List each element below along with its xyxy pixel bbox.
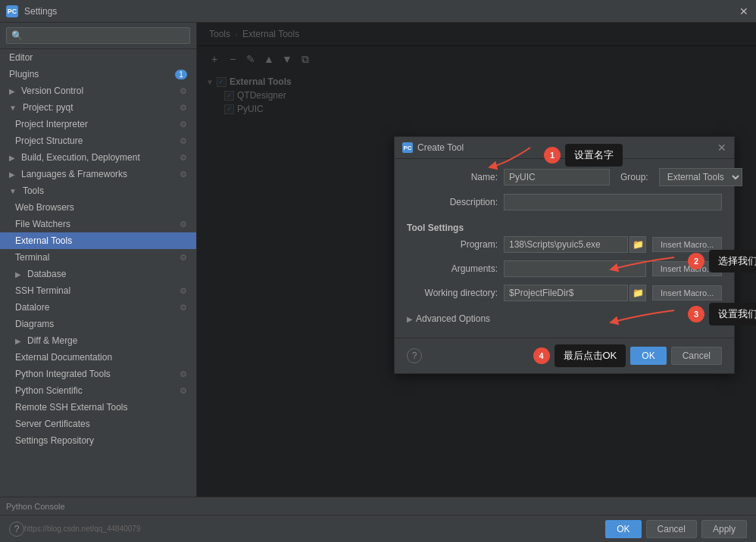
sidebar-item-build-execution[interactable]: ▶ Build, Execution, Deployment ⚙ [0, 149, 196, 166]
chevron-down-icon: ▼ [9, 187, 17, 195]
main-panel: Tools › External Tools + − ✎ ▲ ▼ ⧉ ▼ ✓ E… [197, 23, 756, 497]
sidebar-item-label: Plugins [9, 69, 39, 79]
settings-icon: ⚙ [180, 86, 187, 96]
chevron-right-icon: ▶ [9, 87, 15, 95]
settings-icon: ⚙ [180, 369, 187, 379]
step3-bubble: 设置我们放置.ui文件的位置 [709, 303, 756, 326]
step3-circle: 3 [688, 306, 704, 322]
dialog-close-button[interactable]: ✕ [717, 142, 726, 154]
sidebar-item-external-tools[interactable]: External Tools [0, 232, 196, 249]
sidebar-item-web-browsers[interactable]: Web Browsers [0, 199, 196, 216]
dialog-ok-button[interactable]: OK [630, 347, 666, 365]
settings-icon: ⚙ [180, 303, 187, 313]
settings-icon: ⚙ [180, 136, 187, 146]
close-button[interactable]: ✕ [738, 5, 750, 17]
plugins-badge: 1 [175, 70, 187, 79]
sidebar-item-label: SSH Terminal [15, 285, 70, 296]
dialog-cancel-button[interactable]: Cancel [671, 347, 722, 365]
sidebar-item-label: Languages & Frameworks [21, 169, 127, 179]
ok-button[interactable]: OK [605, 520, 641, 538]
annotation-step3: 3 设置我们放置.ui文件的位置 [606, 299, 756, 329]
group-label: Group: [620, 172, 648, 182]
cancel-button[interactable]: Cancel [646, 520, 697, 538]
sidebar-item-version-control[interactable]: ▶ Version Control ⚙ [0, 83, 196, 99]
apply-button[interactable]: Apply [701, 520, 747, 538]
sidebar-item-languages-frameworks[interactable]: ▶ Languages & Frameworks ⚙ [0, 166, 196, 182]
settings-icon: ⚙ [180, 286, 187, 296]
console-tab[interactable]: Python Console [0, 497, 756, 515]
sidebar-item-label: Diff & Merge [27, 335, 77, 346]
description-input[interactable] [504, 194, 722, 210]
sidebar-item-remote-ssh-external-tools[interactable]: Remote SSH External Tools [0, 399, 196, 416]
sidebar-item-editor[interactable]: Editor [0, 49, 196, 66]
chevron-right-icon: ▶ [9, 154, 15, 162]
annotation-step1: 1 设置名字 [477, 140, 623, 170]
modal-overlay: 1 设置名字 PC Create Tool ✕ Name: [197, 23, 756, 497]
arrow-step1 [477, 140, 538, 170]
app-icon: PC [6, 5, 18, 17]
sidebar-item-datalore[interactable]: Datalore ⚙ [0, 299, 196, 316]
sidebar-item-diff-merge[interactable]: ▶ Diff & Merge [0, 332, 196, 349]
sidebar-item-project-interpreter[interactable]: Project Interpreter ⚙ [0, 116, 196, 132]
search-input[interactable] [6, 27, 190, 44]
name-input[interactable] [504, 169, 610, 185]
sidebar-item-settings-repository[interactable]: Settings Repository [0, 432, 196, 449]
sidebar-item-label: Project: pyqt [23, 102, 73, 113]
main-help-button[interactable]: ? [9, 522, 24, 537]
tool-settings-header: Tool Settings [407, 218, 722, 236]
name-group-row: Name: Group: External Tools [407, 168, 722, 186]
description-row: Description: [407, 194, 722, 210]
sidebar: Editor Plugins 1 ▶ Version Control ⚙ ▼ P… [0, 23, 197, 497]
titlebar-controls: ✕ [738, 5, 750, 17]
sidebar-item-python-integrated-tools[interactable]: Python Integrated Tools ⚙ [0, 366, 196, 382]
step4-circle: 4 [533, 347, 550, 364]
sidebar-item-label: External Documentation [15, 352, 112, 363]
arguments-label: Arguments: [407, 263, 498, 274]
sidebar-item-label: Diagrams [15, 319, 54, 329]
sidebar-item-label: File Watchers [15, 219, 70, 229]
chevron-down-icon: ▼ [9, 104, 17, 112]
sidebar-item-database[interactable]: ▶ Database [0, 266, 196, 282]
sidebar-item-tools[interactable]: ▼ Tools [0, 182, 196, 199]
sidebar-item-label: Version Control [21, 86, 83, 96]
sidebar-item-label: Project Structure [15, 136, 83, 146]
titlebar: PC Settings ✕ [0, 0, 756, 23]
settings-icon: ⚙ [180, 253, 187, 263]
description-label: Description: [407, 197, 498, 207]
program-label: Program: [407, 239, 498, 250]
sidebar-item-label: Python Scientific [15, 385, 83, 396]
step2-bubble: 选择我们之前找好的pyuic5.exe的路径 [709, 250, 756, 273]
sidebar-item-label: Python Integrated Tools [15, 369, 111, 379]
sidebar-item-terminal[interactable]: Terminal ⚙ [0, 249, 196, 266]
settings-icon: ⚙ [180, 103, 187, 113]
settings-icon: ⚙ [180, 220, 187, 229]
sidebar-item-label: Project Interpreter [15, 119, 88, 129]
sidebar-item-external-documentation[interactable]: External Documentation [0, 349, 196, 366]
name-label: Name: [407, 172, 498, 182]
console-tab-label: Python Console [6, 502, 65, 511]
chevron-right-icon: ▶ [9, 170, 15, 179]
settings-icon: ⚙ [180, 120, 187, 129]
sidebar-item-diagrams[interactable]: Diagrams [0, 316, 196, 332]
annotation-step2: 2 选择我们之前找好的pyuic5.exe的路径 [606, 246, 756, 276]
sidebar-item-file-watchers[interactable]: File Watchers ⚙ [0, 216, 196, 232]
sidebar-item-label: External Tools [15, 235, 72, 246]
window-title: Settings [24, 6, 738, 17]
bottom-bar: ? https://blog.csdn.net/qq_44840079 OK C… [0, 515, 756, 542]
sidebar-item-python-scientific[interactable]: Python Scientific ⚙ [0, 382, 196, 399]
working-dir-label: Working directory: [407, 288, 498, 298]
sidebar-item-project-structure[interactable]: Project Structure ⚙ [0, 132, 196, 149]
working-dir-insert-macro-button[interactable]: Insert Macro... [652, 285, 722, 301]
group-select[interactable]: External Tools [659, 168, 742, 186]
step4-bubble: 最后点击OK [555, 344, 626, 367]
sidebar-item-plugins[interactable]: Plugins 1 [0, 66, 196, 83]
help-button[interactable]: ? [407, 348, 422, 363]
sidebar-item-label: Settings Repository [15, 435, 94, 446]
url-bar: https://blog.csdn.net/qq_44840079 [24, 525, 140, 533]
settings-icon: ⚙ [180, 386, 187, 396]
sidebar-item-ssh-terminal[interactable]: SSH Terminal ⚙ [0, 282, 196, 299]
chevron-right-icon: ▶ [15, 270, 21, 279]
sidebar-item-label: Datalore [15, 302, 49, 313]
sidebar-item-project-pyqt[interactable]: ▼ Project: pyqt ⚙ [0, 99, 196, 116]
sidebar-item-server-certificates[interactable]: Server Certificates [0, 416, 196, 432]
